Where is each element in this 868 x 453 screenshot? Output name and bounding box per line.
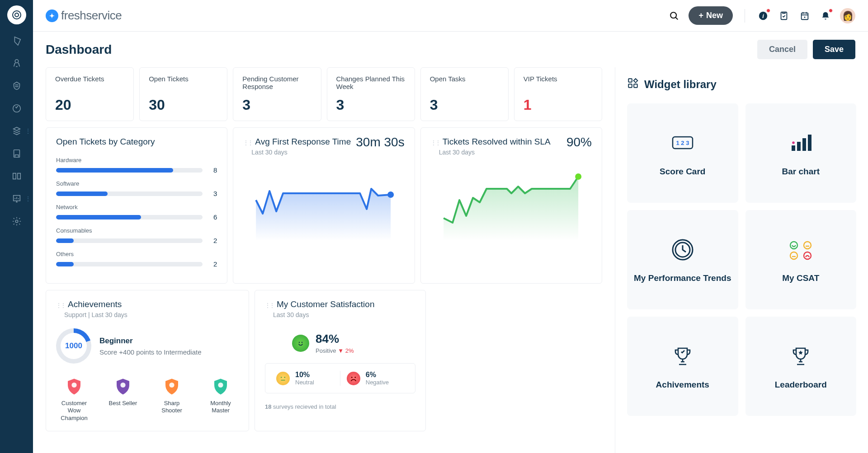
svg-rect-26 — [634, 84, 637, 88]
card-achievements[interactable]: ⋮⋮Achievements Support | Last 30 days 10… — [46, 290, 249, 431]
svg-point-14 — [71, 383, 76, 388]
sparkline-first-response — [243, 168, 404, 241]
info-icon[interactable]: i — [757, 9, 769, 22]
kpi-label: Open Tickets — [149, 75, 218, 92]
svg-point-17 — [218, 383, 223, 388]
bell-icon[interactable] — [819, 9, 832, 22]
topbar: ✦ freshservice +New i 👩 — [33, 0, 868, 32]
nav-assets-icon[interactable]: ⋮ — [10, 125, 23, 137]
kpi-card[interactable]: Open Tickets30 — [139, 67, 227, 121]
svg-point-22 — [351, 377, 353, 378]
nav-releases-icon[interactable] — [10, 102, 23, 115]
nav-admin-icon[interactable] — [10, 215, 23, 228]
card-subtitle: Last 30 days — [251, 149, 404, 156]
csat-positive-pct: 84% — [316, 332, 354, 346]
svg-rect-31 — [802, 138, 806, 151]
card-value: 90% — [566, 135, 592, 149]
widget-name: Score Card — [660, 167, 705, 177]
bar-row: Others2 — [56, 251, 217, 268]
avatar[interactable]: 👩 — [840, 8, 855, 23]
achievement-badge: Best Seller — [105, 377, 141, 422]
bar-row: Software3 — [56, 180, 217, 197]
nav-cmdb-icon[interactable] — [10, 147, 23, 160]
svg-point-7 — [671, 12, 677, 18]
smiley-negative-icon — [347, 372, 360, 385]
svg-point-2 — [15, 60, 18, 63]
achievement-badge: Monthly Master — [203, 377, 239, 422]
card-csat[interactable]: ⋮⋮My Customer Satisfaction Last 30 days … — [255, 290, 426, 431]
widget-option[interactable]: Achivements — [627, 317, 738, 416]
svg-point-38 — [790, 252, 797, 259]
svg-point-19 — [302, 341, 303, 343]
kpi-label: Overdue Tickets — [55, 75, 124, 92]
achievement-badge: Sharp Shooter — [154, 377, 190, 422]
svg-point-23 — [354, 377, 356, 378]
widget-name: My Performance Trends — [634, 273, 731, 283]
card-title: Avg First Response Time — [255, 137, 351, 146]
svg-text:i: i — [762, 12, 764, 19]
tasks-icon[interactable] — [778, 9, 790, 22]
widget-library: Widget library 1 2 3Score CardBar chartM… — [615, 67, 868, 453]
widget-icon — [670, 236, 695, 263]
sparkline-sla — [431, 168, 592, 241]
kpi-card[interactable]: Open Tasks3 — [420, 67, 509, 121]
kpi-value: 20 — [55, 97, 124, 113]
achievement-tip: Score +400 points to Intermediate — [99, 348, 202, 356]
nav-solutions-icon[interactable] — [10, 170, 23, 182]
widget-option[interactable]: Leaderboard — [745, 317, 857, 416]
svg-point-1 — [15, 13, 19, 17]
widget-option[interactable]: My Performance Trends — [627, 210, 738, 309]
svg-point-0 — [13, 11, 21, 19]
score-gauge: 1000 — [56, 328, 91, 364]
search-icon[interactable] — [668, 9, 680, 22]
cancel-button[interactable]: Cancel — [757, 40, 807, 59]
widget-icon — [788, 343, 813, 370]
svg-point-13 — [575, 173, 581, 180]
kpi-card[interactable]: Changes Planned This Week3 — [327, 67, 415, 121]
plus-icon: + — [698, 11, 703, 20]
nav-tickets-icon[interactable] — [10, 34, 23, 47]
svg-point-15 — [120, 383, 125, 388]
kpi-card[interactable]: Pending Customer Response3 — [233, 67, 321, 121]
app-logo[interactable] — [7, 5, 26, 24]
widget-name: Achivements — [656, 380, 709, 390]
page-header: Dashboard Cancel Save — [33, 32, 868, 67]
card-title: Achievements — [68, 299, 122, 309]
svg-point-33 — [792, 141, 795, 144]
achievement-level: Beginner — [99, 336, 202, 346]
card-subtitle: Support | Last 30 days — [64, 311, 239, 318]
vertical-nav: ⋮ ⋮ — [0, 0, 33, 453]
new-button[interactable]: +New — [689, 6, 733, 25]
brand-name: freshservice — [61, 9, 122, 23]
nav-reports-icon[interactable]: ⋮ — [10, 192, 23, 205]
svg-point-16 — [169, 383, 174, 388]
svg-point-18 — [299, 341, 300, 343]
widget-name: My CSAT — [782, 273, 819, 283]
svg-rect-11 — [802, 13, 808, 19]
save-button[interactable]: Save — [813, 40, 855, 59]
widget-icon — [787, 130, 814, 157]
widget-option[interactable]: Bar chart — [745, 103, 857, 203]
nav-changes-icon[interactable] — [10, 79, 23, 92]
widget-name: Leaderboard — [775, 380, 827, 390]
widget-option[interactable]: 1 2 3Score Card — [627, 103, 738, 203]
widget-option[interactable]: My CSAT — [745, 210, 857, 309]
card-first-response[interactable]: ⋮⋮Avg First Response Time Last 30 days 3… — [233, 127, 415, 284]
nav-problems-icon[interactable] — [10, 57, 23, 70]
widget-library-icon — [627, 77, 639, 92]
svg-text:1 2 3: 1 2 3 — [676, 140, 689, 146]
card-sla[interactable]: ⋮⋮Tickets Resolved within SLA Last 30 da… — [420, 127, 602, 284]
achievement-badge: Customer Wow Champion — [56, 377, 92, 422]
svg-rect-24 — [628, 79, 632, 82]
svg-point-12 — [387, 191, 394, 198]
calendar-icon[interactable] — [798, 9, 811, 22]
kpi-card[interactable]: Overdue Tickets20 — [46, 67, 134, 121]
kpi-card[interactable]: VIP Tickets1 — [514, 67, 602, 121]
widget-icon — [670, 343, 695, 370]
svg-point-6 — [15, 220, 18, 223]
card-open-by-category[interactable]: Open Tickets by Category Hardware8Softwa… — [46, 127, 227, 284]
kpi-label: Open Tasks — [430, 75, 499, 92]
card-title: Tickets Resolved within SLA — [443, 137, 551, 146]
widget-name: Bar chart — [782, 167, 820, 177]
brand[interactable]: ✦ freshservice — [46, 9, 122, 23]
